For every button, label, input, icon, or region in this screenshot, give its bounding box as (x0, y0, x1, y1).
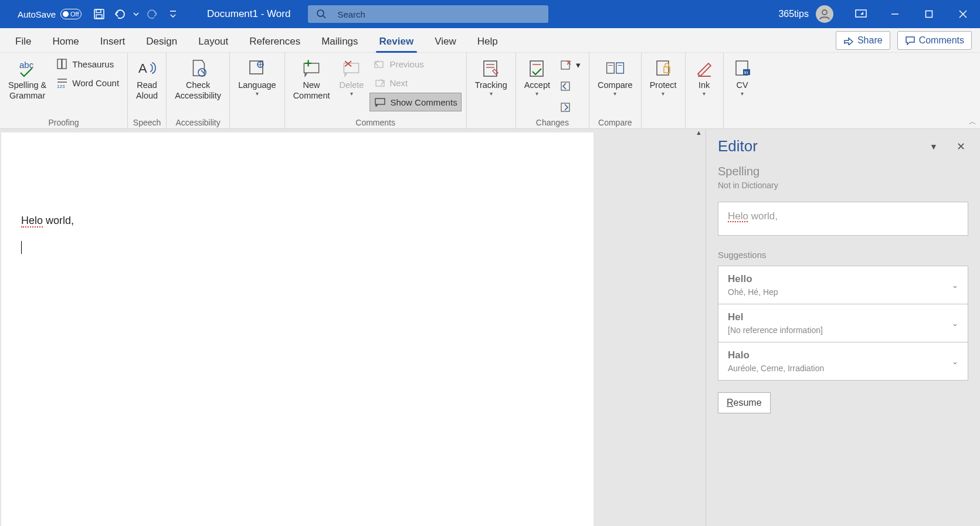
pane-close-button[interactable]: ✕ (953, 139, 968, 154)
chevron-down-icon[interactable]: ⌄ (952, 281, 958, 290)
compare-button[interactable]: Compare ▾ (594, 55, 636, 100)
maximize-button[interactable] (912, 0, 946, 28)
group-cv: in CV ▾ (724, 53, 761, 128)
chevron-down-icon: ▾ (576, 60, 581, 70)
previous-change-button[interactable] (556, 77, 584, 95)
group-label-changes: Changes (521, 117, 584, 127)
document-title: Document1 - Word (207, 8, 290, 20)
tab-insert[interactable]: Insert (90, 31, 136, 52)
tab-home[interactable]: Home (42, 31, 89, 52)
reject-button[interactable]: ▾ (556, 56, 584, 74)
svg-rect-42 (606, 63, 614, 73)
read-aloud-icon: A (137, 57, 158, 79)
document-area[interactable]: Helo world, (0, 129, 694, 526)
group-label-compare: Compare (594, 117, 636, 127)
spelling-error-word[interactable]: Helo (21, 215, 43, 228)
word-count-button[interactable]: 123 Word Count (52, 74, 123, 91)
resume-button[interactable]: Resume (718, 392, 771, 413)
cv-icon: in (732, 57, 753, 79)
cv-button[interactable]: in CV ▾ (728, 55, 757, 100)
svg-rect-32 (484, 61, 497, 76)
ink-button[interactable]: Ink ▾ (690, 55, 718, 100)
document-page[interactable]: Helo world, (1, 133, 594, 526)
suggestion-item[interactable]: Halo Auréole, Cerne, Irradiation ⌄ (718, 342, 968, 381)
vertical-scrollbar[interactable]: ▲ (694, 129, 706, 526)
user-avatar[interactable] (816, 5, 833, 23)
comments-label: Comments (919, 35, 964, 46)
editor-section: Spelling (718, 165, 968, 178)
reject-icon (559, 59, 572, 72)
redo-button (141, 4, 162, 25)
group-label-speech: Speech (133, 117, 161, 127)
ribbon: abc Spelling & Grammar Thesaurus 123 Wor… (0, 53, 980, 129)
autosave-toggle[interactable]: AutoSave Off (0, 9, 89, 19)
ribbon-display-options[interactable] (844, 0, 878, 28)
svg-text:A: A (138, 61, 147, 76)
comments-button[interactable]: Comments (897, 31, 972, 50)
toggle-track: Off (60, 9, 82, 19)
new-comment-button[interactable]: New Comment (290, 55, 334, 103)
accept-icon (527, 57, 548, 79)
editor-title: Editor (718, 137, 926, 155)
tab-layout[interactable]: Layout (188, 31, 239, 52)
group-ink: Ink ▾ (686, 53, 724, 128)
tab-design[interactable]: Design (135, 31, 188, 52)
chevron-down-icon: ▾ (535, 90, 538, 98)
search-box[interactable]: Search (308, 5, 548, 23)
tab-mailings[interactable]: Mailings (311, 31, 368, 52)
tab-row: File Home Insert Design Layout Reference… (0, 28, 980, 53)
previous-icon (373, 57, 386, 70)
tab-review[interactable]: Review (369, 31, 425, 52)
suggestion-word: Halo (728, 349, 952, 361)
svg-rect-6 (856, 10, 866, 17)
qat-customize[interactable] (162, 4, 184, 25)
share-label: Share (857, 35, 883, 46)
chevron-down-icon: ▾ (350, 90, 353, 98)
svg-rect-31 (375, 99, 385, 104)
next-change-button[interactable] (556, 99, 584, 116)
chevron-down-icon: ▾ (741, 90, 744, 98)
minimize-button[interactable] (878, 0, 912, 28)
svg-point-5 (822, 10, 827, 15)
protect-button[interactable]: Protect ▾ (646, 55, 680, 100)
protect-label: Protect (650, 80, 677, 90)
save-button[interactable] (89, 4, 110, 25)
close-button[interactable] (946, 0, 980, 28)
show-comments-button[interactable]: Show Comments (369, 93, 461, 111)
document-text: world, (43, 215, 74, 226)
suggestion-item[interactable]: Hel [No reference information] ⌄ (718, 304, 968, 342)
next-change-icon (559, 101, 572, 114)
chevron-down-icon: ▾ (662, 90, 664, 98)
suggestion-item[interactable]: Hello Ohé, Hé, Hep ⌄ (718, 266, 968, 304)
undo-button[interactable] (110, 4, 131, 25)
tab-help[interactable]: Help (467, 31, 508, 52)
user-name[interactable]: 365tips (778, 9, 809, 19)
language-button[interactable]: Language ▾ (235, 55, 280, 100)
chevron-down-icon[interactable]: ⌄ (952, 357, 958, 366)
tab-references[interactable]: References (239, 31, 311, 52)
tab-view[interactable]: View (424, 31, 467, 52)
tracking-icon (480, 57, 501, 79)
collapse-ribbon-button[interactable]: ︿ (969, 117, 976, 127)
spelling-grammar-button[interactable]: abc Spelling & Grammar (5, 55, 50, 103)
check-accessibility-label: Check Accessibility (175, 80, 221, 101)
tracking-button[interactable]: Tracking ▾ (472, 55, 511, 100)
context-rest: world, (748, 211, 778, 222)
group-accessibility: Check Accessibility Accessibility (167, 53, 230, 128)
undo-dropdown[interactable] (131, 4, 141, 25)
read-aloud-button[interactable]: A Read Aloud (133, 55, 161, 103)
tab-file[interactable]: File (5, 31, 42, 52)
accept-button[interactable]: Accept ▾ (521, 55, 554, 100)
scroll-up-icon[interactable]: ▲ (696, 129, 702, 136)
thesaurus-button[interactable]: Thesaurus (52, 55, 123, 73)
chevron-down-icon[interactable]: ⌄ (952, 319, 958, 328)
previous-comment-button: Previous (369, 55, 461, 73)
share-button[interactable]: Share (836, 31, 890, 50)
check-accessibility-button[interactable]: Check Accessibility (171, 55, 225, 103)
svg-rect-13 (62, 59, 66, 69)
pane-options-button[interactable]: ▼ (926, 139, 941, 154)
context-error-word: Helo (728, 211, 748, 222)
group-label-comments: Comments (290, 117, 462, 127)
accept-label: Accept (524, 80, 550, 90)
svg-rect-26 (344, 63, 359, 73)
